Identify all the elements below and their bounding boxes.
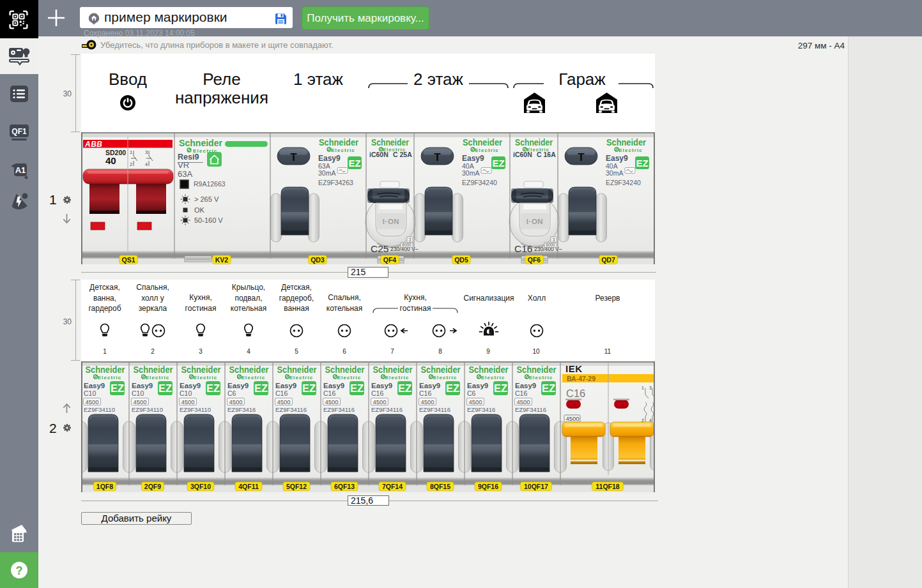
svg-text:Electric: Electric xyxy=(337,375,362,381)
svg-text:Schneider: Schneider xyxy=(371,138,409,147)
svg-text:Easy9: Easy9 xyxy=(323,382,344,389)
svg-text:Easy9: Easy9 xyxy=(515,382,536,389)
svg-text:Easy9: Easy9 xyxy=(180,382,201,389)
svg-text:2: 2 xyxy=(130,162,132,167)
svg-text:QD7: QD7 xyxy=(601,256,615,264)
svg-text:Schneider: Schneider xyxy=(463,137,502,147)
svg-text:EZ9F3416: EZ9F3416 xyxy=(467,406,495,413)
svg-text:1: 1 xyxy=(642,386,644,390)
svg-text:C 16A: C 16A xyxy=(537,151,556,158)
svg-text:50-160 V: 50-160 V xyxy=(194,216,223,224)
svg-text:3: 3 xyxy=(553,237,555,242)
svg-text:EZ9F34116: EZ9F34116 xyxy=(371,406,403,413)
svg-text:EZ9F34116: EZ9F34116 xyxy=(323,406,355,413)
svg-text:Schneider: Schneider xyxy=(421,365,461,375)
svg-text:3: 3 xyxy=(409,237,411,242)
svg-text:C25: C25 xyxy=(371,243,388,254)
svg-text:C10: C10 xyxy=(84,389,96,397)
svg-text:QS1: QS1 xyxy=(121,256,135,264)
svg-text:C 25A: C 25A xyxy=(393,151,412,158)
svg-text:EZ: EZ xyxy=(111,382,124,394)
svg-text:Schneider: Schneider xyxy=(606,137,646,147)
svg-text:Easy9: Easy9 xyxy=(84,382,105,389)
svg-text:8QF15: 8QF15 xyxy=(430,483,450,490)
svg-text:T: T xyxy=(434,151,441,163)
svg-text:EZ: EZ xyxy=(348,158,360,169)
svg-text:4500: 4500 xyxy=(373,398,387,405)
svg-text:ABB: ABB xyxy=(84,140,103,149)
svg-text:QD5: QD5 xyxy=(454,256,468,264)
svg-text:3: 3 xyxy=(649,386,652,390)
svg-text:T: T xyxy=(578,151,585,163)
svg-text:Easy9: Easy9 xyxy=(132,382,153,389)
svg-text:C16: C16 xyxy=(566,388,585,399)
svg-text:EZ9F34116: EZ9F34116 xyxy=(419,406,450,413)
svg-text:Easy9: Easy9 xyxy=(467,382,488,389)
svg-text:EZ: EZ xyxy=(636,158,648,169)
svg-text:Electric: Electric xyxy=(242,375,266,381)
svg-text:10QF17: 10QF17 xyxy=(524,483,548,490)
svg-text:EZ: EZ xyxy=(158,382,172,394)
svg-text:T: T xyxy=(290,151,297,163)
svg-text:7QF14: 7QF14 xyxy=(382,483,403,490)
svg-text:C10: C10 xyxy=(180,389,192,397)
svg-text:VR: VR xyxy=(178,160,189,170)
svg-text:Schneider: Schneider xyxy=(86,365,125,375)
svg-text:Easy9: Easy9 xyxy=(371,382,392,389)
svg-text:6QF13: 6QF13 xyxy=(334,483,355,490)
svg-text:EZ9F34116: EZ9F34116 xyxy=(275,406,307,413)
svg-text:EZ: EZ xyxy=(350,382,364,394)
svg-text:4500: 4500 xyxy=(277,398,291,405)
svg-text:30mA: 30mA xyxy=(606,169,623,177)
svg-text:> 265 V: > 265 V xyxy=(194,195,219,203)
svg-text:EZ: EZ xyxy=(206,382,220,394)
svg-text:EZ: EZ xyxy=(446,382,459,394)
svg-text:EZ: EZ xyxy=(398,382,411,394)
svg-text:Easy9: Easy9 xyxy=(419,382,440,389)
svg-text:1QF8: 1QF8 xyxy=(96,483,113,490)
svg-text:Easy9: Easy9 xyxy=(606,154,628,163)
svg-text:C6: C6 xyxy=(467,389,476,397)
svg-text:EZ9F34116: EZ9F34116 xyxy=(515,406,546,413)
svg-text:Electric: Electric xyxy=(529,375,553,381)
svg-text:A1: A1 xyxy=(15,165,26,175)
svg-text:EZ9F34110: EZ9F34110 xyxy=(180,406,211,413)
svg-text:Electric: Electric xyxy=(619,147,643,153)
svg-text:ВА-47-29: ВА-47-29 xyxy=(567,375,595,382)
svg-text:Schneider: Schneider xyxy=(319,137,358,147)
svg-text:4500: 4500 xyxy=(181,398,195,405)
svg-text:Electric: Electric xyxy=(194,375,218,381)
svg-text:Easy9: Easy9 xyxy=(227,382,249,389)
svg-text:Electric: Electric xyxy=(481,375,505,381)
svg-text:KV2: KV2 xyxy=(215,256,229,264)
svg-text:63A: 63A xyxy=(178,169,192,179)
svg-text:40: 40 xyxy=(105,155,116,166)
svg-text:C16: C16 xyxy=(275,389,288,397)
svg-text:QF4: QF4 xyxy=(383,256,397,264)
svg-text:4500: 4500 xyxy=(421,398,434,405)
svg-text:3: 3 xyxy=(145,149,148,155)
svg-text:6000: 6000 xyxy=(546,243,555,247)
svg-text:EZ9F3416: EZ9F3416 xyxy=(227,406,256,413)
svg-text:4QF11: 4QF11 xyxy=(238,483,259,490)
svg-text:Schneider: Schneider xyxy=(373,365,413,375)
svg-text:1: 1 xyxy=(130,149,132,155)
svg-text:Schneider: Schneider xyxy=(515,138,553,147)
svg-text:EZ9F34110: EZ9F34110 xyxy=(84,406,115,413)
svg-text:EZ9F34263: EZ9F34263 xyxy=(318,179,353,186)
svg-text:4: 4 xyxy=(145,162,148,167)
svg-text:EZ: EZ xyxy=(302,382,316,394)
svg-text:4500: 4500 xyxy=(134,398,147,405)
svg-text:Schneider: Schneider xyxy=(134,365,173,375)
svg-text:I·ON: I·ON xyxy=(383,218,399,225)
svg-text:4500: 4500 xyxy=(325,398,339,405)
svg-text:IEK: IEK xyxy=(565,363,583,374)
svg-text:Schneider: Schneider xyxy=(325,365,365,375)
svg-text:Electric: Electric xyxy=(331,147,355,153)
svg-text:Easy9: Easy9 xyxy=(318,154,341,163)
svg-text:5QF12: 5QF12 xyxy=(286,483,307,490)
svg-text:QF6: QF6 xyxy=(528,256,541,264)
svg-text:EZ9F34110: EZ9F34110 xyxy=(132,406,163,413)
svg-text:Schneider: Schneider xyxy=(277,365,317,375)
svg-text:4500: 4500 xyxy=(469,398,482,405)
